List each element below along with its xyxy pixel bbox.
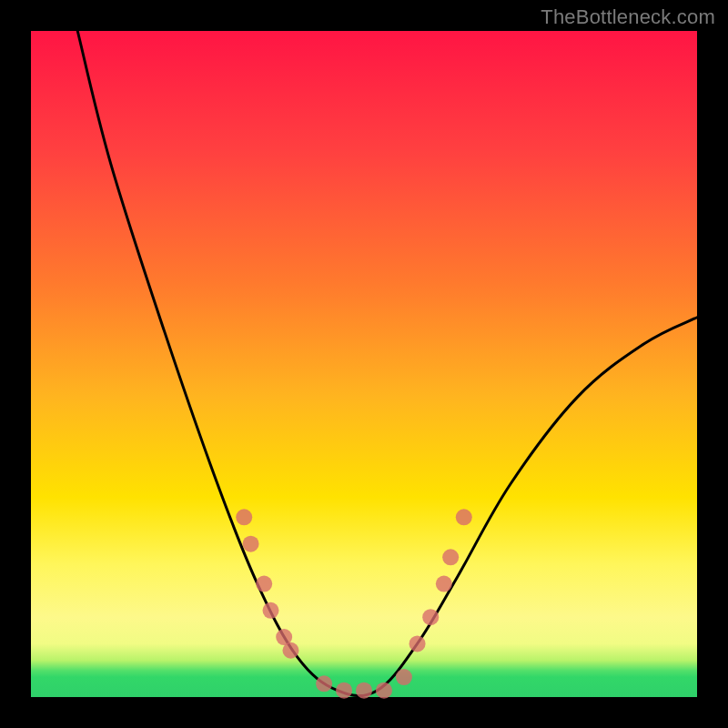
data-marker (263, 602, 279, 619)
data-marker (436, 576, 452, 592)
chart-frame: TheBottleneck.com (0, 0, 728, 728)
data-marker (336, 682, 352, 699)
plot-area (31, 31, 697, 697)
data-marker (442, 549, 459, 565)
data-marker (410, 635, 426, 652)
data-marker (396, 669, 412, 685)
data-marker (356, 682, 372, 699)
data-marker (316, 675, 332, 692)
watermark-text: TheBottleneck.com (541, 5, 715, 29)
chart-svg (31, 31, 697, 697)
data-marker (376, 682, 392, 699)
data-marker (422, 609, 439, 625)
data-marker (256, 576, 272, 592)
data-marker (243, 536, 259, 552)
data-markers (236, 509, 472, 698)
data-marker (236, 509, 252, 525)
bottleneck-curve (77, 31, 697, 696)
data-marker (456, 509, 472, 525)
data-marker (282, 642, 298, 659)
